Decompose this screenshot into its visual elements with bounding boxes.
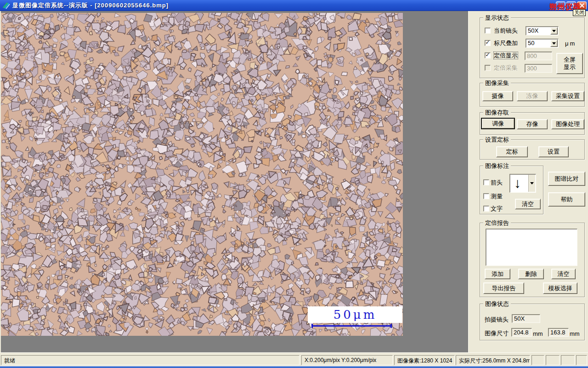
group-image-status: 图像状态 拍摄镜头 50X 图像尺寸 204.8 mm 163.8 mm (480, 304, 585, 340)
export-report-button[interactable]: 导出报告 (483, 282, 524, 294)
fixed-capture-checkbox (485, 65, 491, 71)
shooting-lens-field[interactable]: 50X (512, 314, 540, 323)
group-calibration: 设置定标 定标 设置 (480, 139, 585, 160)
scale-overlay-unit: μm (565, 40, 576, 47)
fullscreen-label-line1: 全屏 (564, 56, 576, 63)
scale-bar-line (311, 324, 392, 328)
current-lens-checkbox[interactable] (485, 28, 491, 34)
restore-button[interactable] (566, 1, 576, 10)
image-width-field[interactable]: 204.8 (511, 328, 532, 337)
group-title: 显示状态 (483, 14, 511, 21)
group-title: 图像状态 (483, 300, 511, 307)
report-delete-button[interactable]: 删除 (518, 269, 544, 279)
freeze-button: 冻像 (517, 91, 548, 101)
check-icon: ✓ (485, 52, 490, 58)
client-area: 50μm 显示状态 当前镜头 50X ✓ 标尺叠加 50 μm (0, 11, 588, 352)
capture-settings-button[interactable]: 采集设置 (551, 91, 584, 101)
micrograph-image (1, 13, 403, 336)
fixed-display-checkbox[interactable]: ✓ (485, 52, 491, 58)
group-capture: 图像采集 摄像 冻像 采集设置 (480, 83, 585, 107)
group-title: 设置定标 (483, 136, 511, 143)
save-image-button[interactable]: 存像 (517, 119, 548, 129)
fixed-capture-label: 定倍采集 (494, 64, 518, 71)
group-annotation: 图像标注 箭头 ↓ 测量 清空 文字 (480, 166, 543, 214)
current-lens-combobox[interactable]: 50X (526, 26, 559, 35)
restore-icon (569, 4, 574, 8)
image-height-field[interactable]: 163.8 (548, 328, 569, 337)
chevron-down-icon[interactable] (550, 27, 558, 34)
status-empty-cell (576, 355, 587, 365)
calibrate-button[interactable]: 定标 (496, 146, 528, 157)
scale-overlay-value: 50 (528, 40, 534, 46)
group-storage: 图像存取 调像 存像 图像处理 (480, 112, 585, 135)
measure-label: 测量 (491, 193, 503, 200)
template-select-button[interactable]: 模板选择 (543, 282, 577, 294)
current-lens-label: 当前镜头 (494, 27, 518, 34)
titlebar[interactable]: 显微图像定倍系统--演示版 - [20090602055646.bmp] 朔州仪… (0, 0, 588, 11)
down-arrow-icon: ↓ (514, 175, 521, 191)
status-pixel-scale: X:0.200μm/pix Y:0.200μm/pix (301, 355, 393, 365)
calibration-settings-button[interactable]: 设置 (538, 146, 569, 157)
group-title: 图像标注 (483, 162, 511, 169)
window-title: 显微图像定倍系统--演示版 - [20090602055646.bmp] (12, 1, 169, 10)
close-button[interactable] (577, 1, 587, 10)
group-display-status: 显示状态 当前镜头 50X ✓ 标尺叠加 50 μm ✓ 定倍显示 800 定倍 (480, 17, 585, 78)
minimize-button[interactable] (556, 1, 565, 10)
image-process-button[interactable]: 图像处理 (551, 119, 584, 129)
control-panel: 显示状态 当前镜头 50X ✓ 标尺叠加 50 μm ✓ 定倍显示 800 定倍 (468, 11, 588, 352)
report-add-button[interactable]: 添加 (485, 269, 510, 279)
app-icon[interactable] (2, 1, 10, 9)
atlas-compare-button[interactable]: 图谱比对 (548, 172, 585, 186)
scale-overlay-label: 标尺叠加 (494, 40, 518, 46)
close-icon (580, 3, 584, 8)
camera-button[interactable]: 摄像 (482, 91, 513, 101)
chevron-down-icon[interactable] (528, 175, 535, 192)
group-title: 定倍报告 (483, 219, 511, 226)
taskbar-edge (0, 366, 588, 368)
arrow-style-combobox[interactable]: ↓ (509, 174, 536, 193)
status-empty-cell (561, 355, 575, 365)
load-image-button[interactable]: 调像 (481, 118, 515, 129)
status-empty-cell (546, 355, 560, 365)
image-width-unit: mm (533, 330, 543, 337)
fixed-capture-field: 300 (525, 64, 552, 73)
status-image-pixels: 图像像素:1280 X 1024 (394, 355, 455, 365)
report-list[interactable] (486, 229, 577, 266)
check-icon: ✓ (485, 39, 490, 46)
fixed-display-label: 定倍显示 (494, 52, 518, 59)
fullscreen-button[interactable]: 全屏显示 (556, 53, 583, 74)
annotation-clear-button[interactable]: 清空 (515, 199, 541, 209)
group-report: 定倍报告 添加 删除 清空 导出报告 模板选择 (480, 223, 585, 297)
app-window: 显微图像定倍系统--演示版 - [20090602055646.bmp] 朔州仪… (0, 0, 588, 368)
image-height-unit: mm (570, 330, 580, 337)
arrow-checkbox[interactable] (483, 179, 489, 185)
minimize-icon (559, 7, 563, 8)
status-ready: 就绪 (1, 355, 300, 365)
group-title: 图像采集 (483, 80, 511, 86)
window-controls (556, 1, 587, 10)
measure-checkbox[interactable] (483, 193, 489, 199)
current-lens-value: 50X (528, 28, 538, 34)
fixed-display-field: 800 (525, 52, 552, 60)
image-size-label: 图像尺寸 (485, 330, 509, 337)
report-clear-button[interactable]: 清空 (551, 269, 576, 279)
scale-bar-label: 50μm (334, 308, 377, 322)
status-empty-cell (531, 355, 544, 365)
scale-bar-overlay: 50μm (308, 306, 402, 323)
fullscreen-label-line2: 显示 (564, 63, 576, 71)
shooting-lens-label: 拍摄镜头 (485, 316, 509, 323)
status-actual-size: 实际尺寸:256.0mm X 204.8mm (456, 355, 530, 365)
text-checkbox[interactable] (483, 206, 489, 212)
close-tooltip: 关闭 (573, 9, 586, 16)
arrow-label: 箭头 (491, 179, 503, 186)
status-bar: 就绪 X:0.200μm/pix Y:0.200μm/pix 图像像素:1280… (0, 352, 588, 366)
text-label: 文字 (491, 205, 503, 212)
scale-overlay-combobox[interactable]: 50 (526, 39, 559, 48)
scale-overlay-checkbox[interactable]: ✓ (485, 40, 491, 46)
chevron-down-icon[interactable] (550, 40, 558, 47)
group-title: 图像存取 (483, 109, 511, 116)
help-button[interactable]: 帮助 (548, 192, 585, 207)
